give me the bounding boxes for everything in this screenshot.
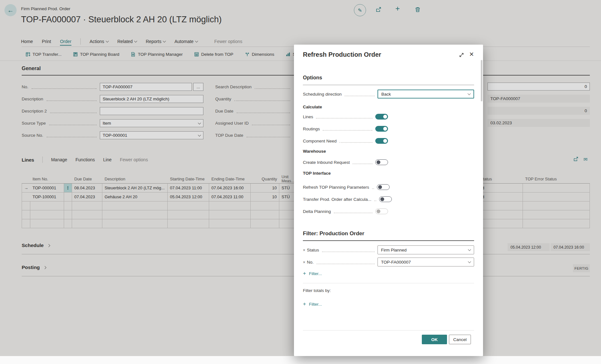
cancel-button[interactable]: Cancel <box>449 335 471 344</box>
routings-toggle-label: Routings <box>303 127 320 131</box>
delta-planning-toggle-row: Delta Planning <box>303 207 388 215</box>
refresh-top-toggle-row: Refresh TOP Planning Parameters <box>303 183 388 191</box>
transfer-order-toggle[interactable] <box>379 196 392 202</box>
dotted-leader <box>322 251 375 252</box>
add-filter-link[interactable]: +Filter... <box>303 270 322 277</box>
dialog-scrollbar[interactable] <box>481 60 482 101</box>
options-heading: Options <box>303 75 322 81</box>
refresh-production-order-dialog: Refresh Production Order × Options Sched… <box>294 45 483 356</box>
dotted-leader <box>340 142 372 143</box>
plus-icon: + <box>303 270 306 277</box>
add-totals-filter-link[interactable]: +Filter... <box>303 301 322 307</box>
scheduling-direction-row: Scheduling direction Back <box>303 90 474 98</box>
delta-planning-toggle-label: Delta Planning <box>303 209 331 214</box>
transfer-order-toggle-label: Transfer Prod. Order after Calcula... <box>303 197 371 202</box>
app-screen: ← Firm Planned Prod. Order ✎ + TOP-FA000… <box>0 0 601 364</box>
transfer-order-toggle-row: Transfer Prod. Order after Calcula... <box>303 195 388 203</box>
dotted-leader <box>372 188 374 189</box>
expand-dialog-button[interactable] <box>459 52 464 59</box>
dotted-leader <box>316 118 372 119</box>
remove-filter-icon[interactable]: × <box>303 260 305 265</box>
chevron-down-icon <box>468 248 471 251</box>
top-interface-heading: TOP Interface <box>303 171 331 176</box>
warehouse-heading: Warehouse <box>303 149 326 154</box>
status-filter-row: × Status Firm Planned <box>303 245 474 254</box>
filter-totals-label: Filter totals by: <box>303 288 331 293</box>
filter-rule <box>303 240 474 241</box>
component-need-toggle-row: Component Need <box>303 137 388 145</box>
delta-planning-toggle <box>375 208 388 214</box>
routings-toggle[interactable] <box>375 126 388 132</box>
lines-toggle-label: Lines <box>303 114 313 119</box>
ok-button[interactable]: OK <box>422 335 447 344</box>
dotted-leader <box>334 213 372 213</box>
create-inbound-toggle-row: Create Inbound Request <box>303 158 388 166</box>
create-inbound-toggle[interactable] <box>375 159 388 165</box>
no-filter-select[interactable]: TOP-FA000007 <box>377 258 474 266</box>
create-inbound-toggle-label: Create Inbound Request <box>303 160 350 165</box>
scheduling-direction-select[interactable]: Back <box>377 90 474 98</box>
scheduling-direction-label: Scheduling direction <box>303 92 342 97</box>
options-rule <box>303 85 474 85</box>
close-icon: × <box>469 50 474 58</box>
dotted-leader <box>345 96 375 96</box>
chevron-down-icon <box>468 260 471 263</box>
dotted-leader <box>374 200 376 201</box>
lines-toggle[interactable] <box>375 114 388 120</box>
no-filter-label: No. <box>307 260 314 265</box>
dotted-leader <box>323 130 372 131</box>
component-need-toggle-label: Component Need <box>303 139 337 143</box>
lines-toggle-row: Lines <box>303 113 388 121</box>
status-filter-label: Status <box>307 248 319 252</box>
component-need-toggle[interactable] <box>375 138 388 144</box>
close-dialog-button[interactable]: × <box>469 50 474 59</box>
no-filter-row: × No. TOP-FA000007 <box>303 258 474 266</box>
refresh-top-toggle-label: Refresh TOP Planning Parameters <box>303 185 369 190</box>
remove-filter-icon[interactable]: × <box>303 248 305 252</box>
calculate-heading: Calculate <box>303 105 322 109</box>
dialog-title: Refresh Production Order <box>303 51 381 58</box>
status-filter-select[interactable]: Firm Planned <box>377 245 474 254</box>
plus-icon: + <box>303 301 306 307</box>
chevron-down-icon <box>468 92 471 95</box>
filter-heading: Filter: Production Order <box>303 230 364 237</box>
routings-toggle-row: Routings <box>303 125 388 133</box>
filter-divider <box>303 283 474 283</box>
expand-icon <box>459 52 464 58</box>
dotted-leader <box>317 264 375 264</box>
page-bottom-strip <box>0 356 601 364</box>
buttons-divider <box>303 330 474 331</box>
refresh-top-toggle[interactable] <box>377 184 390 190</box>
dotted-leader <box>353 164 372 164</box>
